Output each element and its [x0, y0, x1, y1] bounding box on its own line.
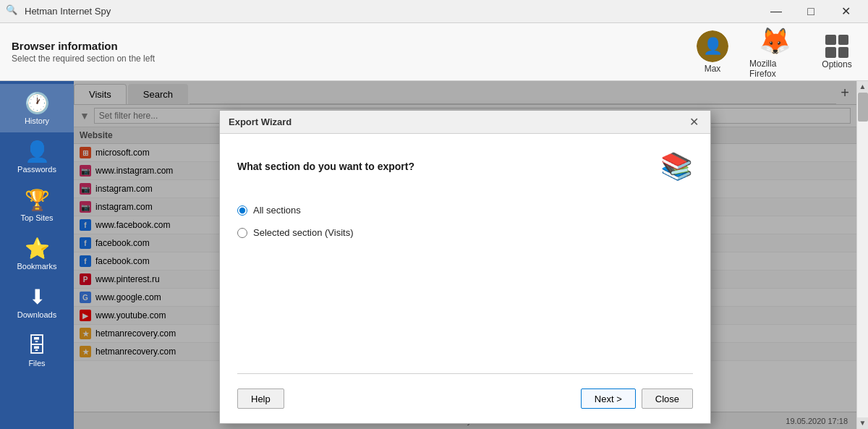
avatar: 👤 — [697, 30, 728, 62]
modal-footer-left: Help — [237, 388, 581, 409]
next-button[interactable]: Next > — [581, 388, 636, 409]
bookmarks-icon: ⭐ — [25, 237, 50, 260]
modal-divider — [237, 373, 693, 374]
modal-question: What section do you want to export? — [237, 161, 414, 172]
modal-footer-right: Next > Close — [581, 388, 693, 409]
scroll-up-button[interactable]: ▲ — [857, 81, 868, 93]
sidebar-item-passwords[interactable]: 👤 Passwords — [0, 132, 74, 181]
toolbar: Browser information Select the required … — [0, 23, 868, 81]
scroll-track — [857, 93, 868, 417]
sidebar-label-bookmarks: Bookmarks — [17, 262, 56, 271]
user-label: Max — [705, 64, 721, 74]
modal-close-button[interactable]: ✕ — [686, 115, 702, 129]
firefox-icon: 🦊 — [759, 25, 791, 57]
modal-titlebar: Export Wizard ✕ — [220, 111, 710, 134]
downloads-icon: ⬇ — [29, 285, 46, 309]
sidebar-label-files: Files — [28, 359, 45, 368]
help-button[interactable]: Help — [237, 388, 284, 409]
close-button[interactable]: ✕ — [829, 0, 862, 23]
browser-info-title: Browser information — [12, 40, 155, 52]
modal-options: All sections Selected section (Visits) — [237, 199, 693, 312]
files-icon: 🗄 — [27, 334, 47, 357]
history-icon: 🕐 — [25, 91, 50, 115]
browser-info: Browser information Select the required … — [12, 40, 155, 64]
radio-all-sections-label: All sections — [253, 205, 301, 216]
modal-body: What section do you want to export? 📚 Al… — [220, 134, 710, 423]
radio-all-sections[interactable] — [237, 205, 247, 216]
firefox-label: Mozilla Firefox — [749, 59, 800, 79]
maximize-button[interactable]: □ — [794, 0, 827, 23]
title-bar: 🔍 Hetman Internet Spy — □ ✕ — [0, 0, 868, 23]
options-icon — [825, 35, 848, 58]
export-wizard-modal: Export Wizard ✕ What section do you want… — [219, 110, 711, 424]
passwords-icon: 👤 — [25, 140, 50, 163]
top-sites-icon: 🏆 — [25, 188, 50, 212]
options-label: Options — [822, 59, 851, 69]
scroll-thumb[interactable] — [858, 93, 868, 122]
sidebar-label-history: History — [25, 116, 49, 125]
radio-selected-section-label: Selected section (Visits) — [253, 227, 354, 238]
modal-title: Export Wizard — [229, 116, 686, 127]
scroll-down-button[interactable]: ▼ — [857, 417, 868, 429]
browser-info-section: Browser information Select the required … — [6, 40, 155, 64]
radio-selected-section[interactable] — [237, 228, 247, 238]
browser-info-subtitle: Select the required section on the left — [12, 54, 155, 64]
sidebar-item-bookmarks[interactable]: ⭐ Bookmarks — [0, 229, 74, 278]
app-title: Hetman Internet Spy — [25, 6, 760, 17]
modal-question-row: What section do you want to export? 📚 — [237, 151, 693, 182]
modal-footer: Help Next > Close — [237, 380, 693, 412]
window-controls: — □ ✕ — [760, 0, 862, 23]
app-icon: 🔍 — [6, 4, 20, 19]
scrollbar[interactable]: ▲ ▼ — [856, 81, 868, 429]
toolbar-item-options[interactable]: Options — [812, 35, 862, 69]
sidebar-label-top-sites: Top Sites — [20, 213, 53, 222]
toolbar-right: 👤 Max 🦊 Mozilla Firefox Options — [687, 25, 862, 79]
modal-books-icon: 📚 — [660, 151, 693, 182]
minimize-button[interactable]: — — [760, 0, 793, 23]
sidebar: 🕐 History 👤 Passwords 🏆 Top Sites ⭐ Book… — [0, 81, 74, 429]
sidebar-item-files[interactable]: 🗄 Files — [0, 326, 74, 375]
modal-overlay: Export Wizard ✕ What section do you want… — [74, 81, 856, 429]
sidebar-label-passwords: Passwords — [17, 165, 56, 174]
content-area: Visits Search + ▼ Website ⊞ microsoft.co… — [74, 81, 856, 429]
sidebar-item-downloads[interactable]: ⬇ Downloads — [0, 278, 74, 326]
modal-close-button-footer[interactable]: Close — [642, 388, 693, 409]
option-selected-section[interactable]: Selected section (Visits) — [237, 227, 693, 238]
toolbar-item-user[interactable]: 👤 Max — [687, 30, 738, 74]
sidebar-item-top-sites[interactable]: 🏆 Top Sites — [0, 181, 74, 229]
main-layout: 🕐 History 👤 Passwords 🏆 Top Sites ⭐ Book… — [0, 81, 868, 429]
toolbar-item-firefox[interactable]: 🦊 Mozilla Firefox — [749, 25, 800, 79]
sidebar-item-history[interactable]: 🕐 History — [0, 84, 74, 132]
sidebar-label-downloads: Downloads — [17, 310, 56, 319]
option-all-sections[interactable]: All sections — [237, 205, 693, 216]
